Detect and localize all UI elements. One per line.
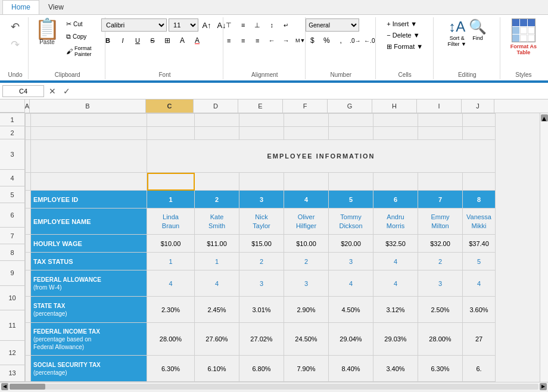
col-header-F[interactable]: F — [283, 99, 328, 113]
vertical-scrollbar[interactable]: ▲ — [540, 113, 548, 382]
italic-btn[interactable]: I — [116, 34, 129, 47]
horizontal-scrollbar[interactable]: ◀ ▶ — [0, 382, 548, 390]
scroll-thumb[interactable] — [10, 384, 45, 390]
strikethrough-btn[interactable]: S — [146, 34, 159, 47]
table-row — [26, 173, 496, 191]
font-color-btn[interactable]: A — [191, 34, 204, 47]
increase-indent-btn[interactable]: → — [279, 34, 292, 47]
find-button[interactable]: 🔍 Find — [469, 18, 487, 41]
align-middle-btn[interactable]: ≡ — [236, 18, 250, 32]
align-left-btn[interactable]: ≡ — [222, 34, 235, 47]
table-row — [26, 127, 496, 140]
col-header-H[interactable]: H — [372, 99, 417, 113]
bold-btn[interactable]: B — [101, 34, 114, 47]
employee-name-label[interactable]: EMPLOYEE NAME — [31, 209, 147, 235]
percent-btn[interactable]: $ — [306, 34, 319, 47]
row-header-6[interactable]: 6 — [0, 203, 25, 228]
federal-income-tax-label[interactable]: FEDERAL INCOME TAX(percentage based onFe… — [31, 323, 147, 356]
copy-button[interactable]: ⧉ Copy — [63, 31, 100, 42]
col-header-I[interactable]: I — [417, 99, 462, 113]
col-header-E[interactable]: E — [238, 99, 283, 113]
row-header-1[interactable]: 1 — [0, 113, 25, 126]
align-top-btn[interactable]: ⊤ — [222, 18, 235, 32]
font-size-select[interactable]: 11 — [169, 18, 198, 32]
scroll-up-btn[interactable]: ▲ — [541, 114, 548, 122]
scroll-left-btn[interactable]: ◀ — [1, 383, 8, 390]
row-header-11[interactable]: 11 — [0, 310, 25, 341]
comma-style-btn[interactable]: , — [334, 34, 347, 47]
scroll-track[interactable] — [10, 384, 538, 390]
row-header-10[interactable]: 10 — [0, 286, 25, 310]
col-header-J[interactable]: J — [462, 99, 494, 113]
social-security-tax-label[interactable]: SOCIAL SECURITY TAX(percentage) — [31, 356, 147, 382]
row-header-2[interactable]: 2 — [0, 126, 25, 139]
row-header-12[interactable]: 12 — [0, 341, 25, 365]
format-as-table-label: Format As Table — [506, 43, 541, 55]
wrap-text-btn[interactable]: ↵ — [279, 18, 292, 32]
align-center-btn[interactable]: ≡ — [236, 34, 250, 47]
underline-btn[interactable]: U — [131, 34, 144, 47]
font-name-select[interactable]: Calibri — [101, 18, 167, 32]
employee-id-label[interactable]: EMPLOYEE ID — [31, 191, 147, 209]
redo-button[interactable]: ↷ — [8, 36, 23, 53]
decrease-decimal-btn[interactable]: ←.0 — [363, 34, 376, 47]
clipboard-label: Clipboard — [55, 70, 80, 78]
text-direction-btn[interactable]: ↕ — [265, 18, 278, 32]
paste-button[interactable]: 📋 Paste — [35, 18, 60, 45]
cut-button[interactable]: ✂ Cut — [63, 18, 100, 30]
confirm-formula-btn[interactable]: ✓ — [61, 85, 73, 97]
state-tax-label[interactable]: STATE TAX(percentage) — [31, 297, 147, 323]
sort-filter-button[interactable]: ↕A Sort &Filter ▼ — [448, 18, 466, 47]
table-row — [26, 114, 496, 127]
format-btn[interactable]: ⊞ Format ▼ — [384, 41, 426, 52]
decrease-indent-btn[interactable]: ← — [265, 34, 278, 47]
paste-label: Paste — [39, 39, 55, 45]
row-header-7[interactable]: 7 — [0, 228, 25, 244]
align-right-btn[interactable]: ≡ — [251, 34, 264, 47]
table-row: EMPLOYEE ID 1 2 3 4 5 6 7 8 — [26, 191, 496, 209]
hourly-wage-label[interactable]: HOURLY WAGE — [31, 235, 147, 253]
percent-style-btn[interactable]: % — [320, 34, 333, 47]
row-header-8[interactable]: 8 — [0, 244, 25, 261]
insert-btn[interactable]: + Insert ▼ — [384, 18, 426, 29]
increase-font-btn[interactable]: A↑ — [200, 18, 213, 32]
row-header-9[interactable]: 9 — [0, 261, 25, 285]
merge-center-btn[interactable]: M▼ — [294, 34, 307, 47]
col-header-A[interactable]: A — [25, 99, 30, 113]
table-row: MEDICARE TAX 1.45% 1.50% 1.50% 1.33% 1.4… — [26, 382, 496, 382]
nick-taylor-cell[interactable]: NickTaylor — [239, 209, 284, 235]
increase-decimal-btn[interactable]: .0→ — [348, 34, 362, 47]
row-header-4[interactable]: 4 — [0, 170, 25, 186]
formula-input[interactable] — [75, 87, 546, 95]
tab-home[interactable]: Home — [2, 0, 39, 14]
tax-status-label[interactable]: TAX STATUS — [31, 253, 147, 270]
align-bottom-btn[interactable]: ⊥ — [251, 18, 264, 32]
scroll-right-btn[interactable]: ▶ — [540, 383, 547, 390]
col-header-C[interactable]: C — [146, 99, 194, 113]
federal-allowance-label[interactable]: FEDERAL ALLOWANCE(from W-4) — [31, 270, 147, 297]
tab-view[interactable]: View — [39, 0, 73, 14]
col-header-G[interactable]: G — [328, 99, 372, 113]
undo-button[interactable]: ↶ — [8, 18, 23, 35]
undo-group-label: Undo — [8, 70, 23, 78]
name-box[interactable] — [2, 85, 44, 97]
emmy-milton-cell[interactable]: EmmyMilton — [418, 209, 463, 235]
format-as-table-button[interactable]: Format As Table — [506, 18, 541, 55]
delete-btn[interactable]: − Delete ▼ — [384, 30, 426, 41]
cancel-formula-btn[interactable]: ✕ — [46, 85, 58, 97]
row-header-13[interactable]: 13 — [0, 365, 25, 382]
format-painter-button[interactable]: 🖌 Format Painter — [63, 43, 100, 59]
col-header-B[interactable]: B — [30, 99, 146, 113]
fill-color-btn[interactable]: A — [176, 34, 189, 47]
col-header-D[interactable]: D — [194, 99, 238, 113]
column-headers: A B C D E F G H I J — [0, 99, 548, 113]
border-btn[interactable]: ⊞ — [161, 34, 174, 47]
medicare-tax-label[interactable]: MEDICARE TAX — [31, 382, 147, 382]
row-headers: 1 2 3 4 5 6 7 8 9 10 11 12 13 — [0, 113, 25, 382]
selected-cell-C4[interactable] — [147, 173, 195, 191]
row-header-5[interactable]: 5 — [0, 186, 25, 203]
table-row: EMPLOYEE NAME LindaBraun KateSmith NickT… — [26, 209, 496, 235]
number-format-select[interactable]: General — [306, 18, 359, 32]
spreadsheet-title[interactable]: EMPLOYEE INFORMATION — [147, 140, 496, 173]
row-header-3[interactable]: 3 — [0, 139, 25, 170]
